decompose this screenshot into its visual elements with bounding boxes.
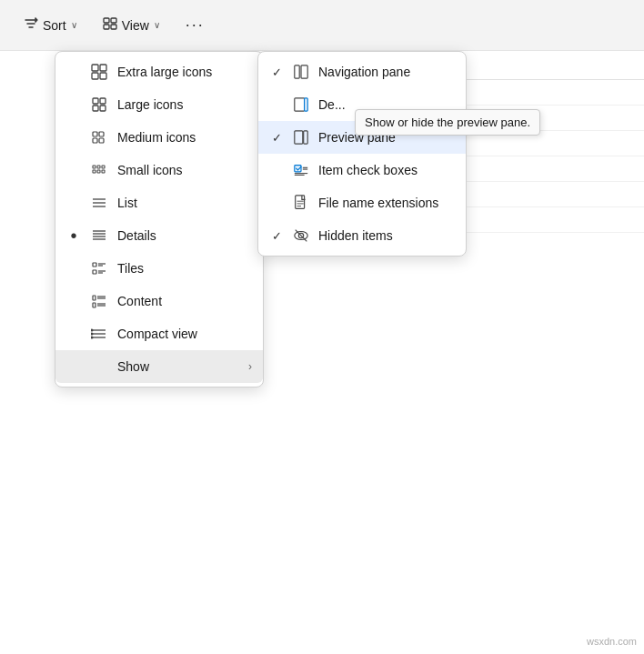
menu-label-details: Details	[117, 228, 252, 243]
sort-icon	[24, 16, 38, 34]
content-icon	[90, 292, 108, 310]
details-icon	[90, 226, 108, 245]
watermark: wsxdn.com	[587, 636, 637, 647]
submenu-item-file-name-extensions[interactable]: File name extensions	[258, 186, 466, 219]
svg-rect-17	[97, 166, 100, 168]
show-arrow: ›	[248, 360, 252, 373]
menu-item-small[interactable]: Small icons	[55, 154, 263, 186]
file-ext-icon	[291, 193, 311, 213]
submenu-check-hidden-items: ✓	[269, 229, 284, 243]
svg-rect-29	[93, 263, 96, 267]
svg-rect-7	[100, 73, 106, 79]
view-menu: Extra large icons Large icons Medium ico…	[55, 51, 264, 387]
submenu-item-item-checkboxes[interactable]: Item check boxes	[258, 154, 466, 186]
menu-label-show: Show	[117, 359, 239, 374]
svg-rect-1	[111, 18, 116, 23]
menu-item-show[interactable]: Show ›	[55, 350, 263, 383]
show-submenu: ✓ Navigation pane De... ✓ Preview pane I…	[257, 51, 467, 257]
svg-rect-58	[296, 196, 305, 208]
svg-rect-4	[92, 65, 98, 71]
nav-pane-icon	[291, 62, 311, 82]
svg-rect-13	[99, 132, 104, 136]
more-button[interactable]: ···	[176, 10, 214, 40]
svg-rect-6	[92, 73, 98, 79]
svg-rect-3	[111, 25, 116, 29]
svg-point-46	[91, 337, 94, 339]
svg-rect-14	[93, 138, 97, 143]
menu-label-medium: Medium icons	[117, 130, 252, 145]
menu-label-extra-large: Extra large icons	[117, 65, 252, 79]
svg-rect-15	[99, 138, 104, 143]
details-pane-icon	[291, 95, 311, 115]
compact-icon	[90, 325, 108, 343]
menu-label-compact: Compact view	[117, 327, 252, 341]
hidden-icon	[291, 226, 311, 246]
menu-label-list: List	[117, 196, 252, 210]
submenu-label-file-name-extensions: File name extensions	[318, 196, 455, 210]
menu-item-compact[interactable]: Compact view	[55, 317, 263, 350]
svg-rect-52	[304, 131, 308, 144]
menu-item-details[interactable]: • Details	[55, 219, 263, 252]
svg-rect-12	[93, 132, 97, 136]
view-button[interactable]: View ∨	[94, 11, 169, 39]
submenu-check-navigation-pane: ✓	[269, 65, 284, 79]
svg-rect-51	[295, 131, 303, 144]
menu-item-list[interactable]: List	[55, 186, 263, 219]
svg-rect-18	[102, 166, 105, 168]
list-icon	[90, 194, 108, 212]
checkbox-icon	[291, 160, 311, 180]
menu-item-content[interactable]: Content	[55, 285, 263, 317]
svg-rect-0	[104, 18, 109, 23]
svg-rect-32	[93, 270, 96, 274]
svg-rect-50	[305, 98, 308, 111]
svg-rect-19	[93, 170, 96, 173]
submenu-label-hidden-items: Hidden items	[318, 228, 455, 243]
view-chevron: ∨	[154, 20, 160, 30]
preview-pane-icon	[291, 127, 311, 147]
svg-rect-47	[295, 65, 299, 78]
menu-label-tiles: Tiles	[117, 261, 252, 276]
tooltip-text: Show or hide the preview pane.	[365, 116, 530, 129]
view-label: View	[122, 18, 149, 33]
svg-rect-16	[93, 166, 96, 168]
menu-item-medium[interactable]: Medium icons	[55, 121, 263, 154]
svg-rect-11	[100, 106, 106, 111]
menu-item-large[interactable]: Large icons	[55, 88, 263, 121]
svg-rect-8	[93, 98, 98, 104]
svg-point-44	[91, 329, 94, 332]
svg-rect-48	[301, 65, 307, 78]
view-icon	[103, 16, 117, 34]
svg-rect-38	[93, 303, 96, 307]
submenu-label-navigation-pane: Navigation pane	[318, 65, 455, 79]
svg-rect-10	[93, 106, 98, 111]
menu-item-tiles[interactable]: Tiles	[55, 252, 263, 285]
sort-label: Sort	[43, 18, 66, 33]
large-icon	[90, 96, 108, 114]
svg-rect-20	[97, 170, 100, 173]
submenu-item-navigation-pane[interactable]: ✓ Navigation pane	[258, 55, 466, 88]
toolbar: Sort ∨ View ∨ ···	[0, 0, 644, 51]
submenu-label-item-checkboxes: Item check boxes	[318, 163, 455, 177]
medium-icon	[90, 128, 108, 146]
menu-item-extra-large[interactable]: Extra large icons	[55, 55, 263, 88]
menu-label-large: Large icons	[117, 97, 252, 112]
svg-rect-21	[102, 170, 105, 173]
submenu-item-hidden-items[interactable]: ✓ Hidden items	[258, 219, 466, 252]
svg-rect-2	[104, 25, 109, 29]
sort-chevron: ∨	[71, 20, 77, 30]
svg-rect-35	[93, 296, 96, 300]
sort-button[interactable]: Sort ∨	[15, 11, 86, 39]
preview-pane-tooltip: Show or hide the preview pane.	[355, 109, 540, 136]
menu-label-content: Content	[117, 294, 252, 308]
submenu-check-preview-pane: ✓	[269, 131, 284, 145]
tiles-icon	[90, 259, 108, 277]
show-icon	[90, 357, 108, 376]
extra-large-icon	[90, 63, 108, 81]
svg-rect-5	[100, 65, 106, 71]
svg-point-45	[91, 333, 94, 336]
svg-rect-49	[295, 98, 305, 111]
small-icon	[90, 161, 108, 179]
menu-label-small: Small icons	[117, 163, 252, 177]
menu-bullet-details: •	[66, 226, 81, 247]
svg-rect-9	[100, 98, 106, 104]
